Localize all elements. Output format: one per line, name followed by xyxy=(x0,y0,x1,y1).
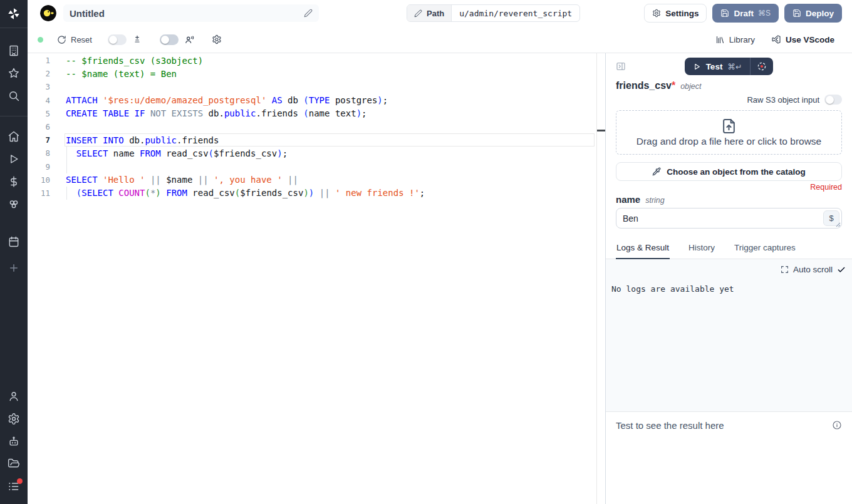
line-number: 3 xyxy=(28,82,50,91)
sidebar-item-folders[interactable] xyxy=(8,458,20,470)
windmill-logo[interactable] xyxy=(0,0,28,28)
code-text[interactable]: SELECT name FROM read_csv($friends_csv); xyxy=(66,148,288,158)
code-text[interactable]: CREATE TABLE IF NOT EXISTS db.public.fri… xyxy=(66,108,367,118)
raw-s3-toggle[interactable] xyxy=(824,95,842,105)
dropzone-label: Drag and drop a file here or click to br… xyxy=(636,136,822,147)
editor-settings-gear-icon[interactable] xyxy=(212,34,222,44)
robot-icon xyxy=(8,435,20,448)
library-label: Library xyxy=(729,35,755,44)
path-value[interactable]: u/admin/reverent_script xyxy=(452,5,579,21)
code-line[interactable]: 10SELECT 'Hello ' || $name || ', you hav… xyxy=(28,173,596,187)
auto-scroll-label: Auto scroll xyxy=(793,265,833,274)
sidebar-item-settings[interactable] xyxy=(8,413,20,425)
pipette-icon xyxy=(652,167,661,176)
code-text[interactable]: SELECT 'Hello ' || $name || ', you have … xyxy=(66,175,298,185)
code-line[interactable]: 4ATTACH '$res:u/demo/amazed_postgresql' … xyxy=(28,94,596,107)
code-text[interactable]: ATTACH '$res:u/demo/amazed_postgresql' A… xyxy=(66,95,388,105)
required-hint: Required xyxy=(616,183,842,192)
code-text[interactable]: (SELECT COUNT(*) FROM read_csv($friends_… xyxy=(66,188,425,198)
top-bar: Untitled Path u/admin/reverent_script xyxy=(28,0,852,26)
sidebar-item-schedules[interactable] xyxy=(8,235,20,248)
user-icon xyxy=(8,390,20,403)
tab-trigger-captures[interactable]: Trigger captures xyxy=(734,243,796,259)
logs-empty-message: No logs are available yet xyxy=(611,284,734,294)
result-placeholder: Test to see the result here xyxy=(616,420,724,431)
code-line[interactable]: 11 (SELECT COUNT(*) FROM read_csv($frien… xyxy=(28,187,596,200)
sidebar-item-runs[interactable] xyxy=(8,153,20,165)
collaborators-icon xyxy=(184,34,195,45)
settings-button[interactable]: Settings xyxy=(644,4,707,23)
sidebar-item-account[interactable] xyxy=(8,390,20,403)
library-button[interactable]: Library xyxy=(715,35,755,44)
folder-open-icon xyxy=(8,458,20,470)
sidebar-item-changelog[interactable] xyxy=(8,480,20,493)
code-text[interactable]: -- $friends_csv (s3object) xyxy=(66,56,203,66)
draft-shortcut: ⌘S xyxy=(758,9,771,18)
info-icon[interactable] xyxy=(832,420,842,430)
diff-toggle[interactable] xyxy=(108,34,127,45)
dollar-icon xyxy=(8,175,20,188)
script-title-input[interactable]: Untitled xyxy=(63,4,319,22)
gear-icon xyxy=(8,413,20,425)
editor-overview-ruler[interactable] xyxy=(596,53,605,504)
arg-friends-csv-name: friends_csv* xyxy=(616,80,675,91)
tab-logs-result[interactable]: Logs & Result xyxy=(616,243,670,259)
sidebar-item-resources[interactable] xyxy=(8,198,20,210)
test-label: Test xyxy=(706,62,723,71)
plus-minus-icon xyxy=(132,34,142,44)
multiplayer-toggle[interactable] xyxy=(160,34,179,45)
code-line[interactable]: 9 xyxy=(28,160,596,173)
sidebar-item-workspace[interactable] xyxy=(8,44,20,57)
sidebar-item-more[interactable] xyxy=(8,262,20,274)
expand-icon xyxy=(781,265,789,274)
auto-scroll-control[interactable]: Auto scroll xyxy=(781,265,846,274)
file-upload-icon xyxy=(721,118,737,134)
sidebar-item-ai[interactable] xyxy=(8,435,20,448)
status-dot xyxy=(38,37,43,43)
test-button[interactable]: Test ⌘↵ xyxy=(685,58,751,75)
code-line[interactable]: 7INSERT INTO db.public.friends xyxy=(28,133,596,147)
capture-target-icon xyxy=(757,61,767,71)
code-line[interactable]: 6 xyxy=(28,120,596,133)
use-vscode-button[interactable]: Use VScode xyxy=(771,34,834,44)
code-lines: 1-- $friends_csv (s3object)2-- $name (te… xyxy=(28,54,596,200)
tab-history[interactable]: History xyxy=(688,243,715,259)
sidebar-item-home[interactable] xyxy=(8,130,20,143)
resources-icon xyxy=(8,198,20,210)
name-input[interactable] xyxy=(616,213,841,224)
reset-button[interactable]: Reset xyxy=(57,35,92,44)
resize-handle-icon[interactable] xyxy=(835,222,841,227)
code-line[interactable]: 3 xyxy=(28,80,596,93)
code-text[interactable]: -- $name (text) = Ben xyxy=(66,69,177,79)
capture-test-button[interactable] xyxy=(751,58,773,75)
check-icon xyxy=(837,265,846,274)
cursor-position-marker xyxy=(597,130,605,131)
sidebar-item-favorites[interactable] xyxy=(8,67,20,80)
sidebar-item-variables[interactable] xyxy=(8,175,20,188)
edit-pencil-icon xyxy=(414,9,422,18)
code-line[interactable]: 8 SELECT name FROM read_csv($friends_csv… xyxy=(28,147,596,160)
code-text[interactable]: INSERT INTO db.public.friends xyxy=(66,135,219,145)
collapse-panel-button[interactable] xyxy=(616,61,626,71)
save-icon xyxy=(792,9,801,18)
library-icon xyxy=(715,35,725,44)
choose-object-button[interactable]: Choose an object from the catalog xyxy=(616,162,842,181)
play-icon xyxy=(8,153,20,165)
code-line[interactable]: 5CREATE TABLE IF NOT EXISTS db.public.fr… xyxy=(28,107,596,120)
draft-button[interactable]: Draft ⌘S xyxy=(712,4,779,23)
arg-name-type: string xyxy=(645,196,665,205)
file-dropzone[interactable]: Drag and drop a file here or click to br… xyxy=(616,110,842,155)
path-edit-button[interactable]: Path xyxy=(407,5,452,21)
settings-label: Settings xyxy=(665,9,699,18)
edit-pencil-icon[interactable] xyxy=(304,9,313,18)
calendar-icon xyxy=(8,235,20,248)
line-number: 11 xyxy=(28,188,50,198)
code-editor[interactable]: 1-- $friends_csv (s3object)2-- $name (te… xyxy=(28,53,596,504)
sidebar-item-search[interactable] xyxy=(8,90,20,102)
code-line[interactable]: 1-- $friends_csv (s3object) xyxy=(28,54,596,67)
deploy-button[interactable]: Deploy xyxy=(784,4,842,23)
line-number: 8 xyxy=(28,148,50,158)
code-line[interactable]: 2-- $name (text) = Ben xyxy=(28,67,596,80)
result-area: Test to see the result here xyxy=(606,411,852,431)
save-icon xyxy=(720,9,729,18)
